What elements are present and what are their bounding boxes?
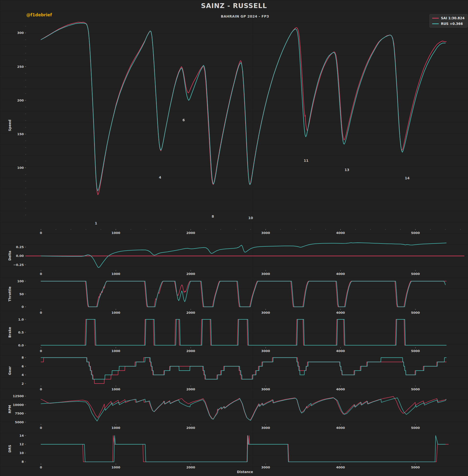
x-tick-label: 1000 [111,272,120,276]
x-tick-label: 1000 [111,465,120,469]
corner-annotation: 6 [182,118,185,122]
x-tick-label: 2000 [186,231,195,235]
x-tick-label: 5000 [411,387,420,391]
chart-subtitle: BAHRAIN GP 2024 - FP3 [26,15,464,18]
x-tick-label: 5000 [411,311,420,314]
x-tick-label: 2000 [186,426,195,430]
ylabel-throttle: Throttle [8,286,12,302]
panel-drs: 0100020003000400050008101214 [0,433,468,471]
y-tick-label: 1.0 [18,318,24,321]
x-tick-label: 2000 [186,349,195,353]
ylabel-brake: Brake [8,324,12,340]
y-tick-label: 6 [22,365,24,368]
x-tick-label: 0 [40,465,42,469]
ylabel-rpm: RPM [8,401,12,417]
corner-annotation: 4 [159,175,161,179]
series-rus-gear [41,358,446,379]
corner-annotation: 13 [344,168,349,172]
x-tick-label: 0 [40,231,42,235]
corner-annotation: 14 [405,176,410,180]
y-tick-label: 0.25 [16,245,24,249]
y-tick-label: 0.0 [18,343,24,347]
y-tick-label: 0.00 [16,254,24,258]
panel-brake: 0100020003000400050000.00.51.0 [0,317,468,355]
sai-line-swatch [432,18,439,18]
x-tick-label: 4000 [336,387,345,391]
corner-annotation: 10 [249,216,253,220]
y-tick-label: 50 [19,292,24,296]
series-sai-speed [41,22,446,195]
panel-gear: 0100020003000400050002468 [0,355,468,393]
series-rus-throttle [41,281,445,307]
x-tick-label: 0 [40,349,42,353]
y-tick-label: 5000 [15,420,24,424]
panel-throttle: 010002000300040005000050100 [0,279,468,317]
x-tick-label: 5000 [411,231,420,235]
series-rus-drs [41,435,445,462]
x-tick-label: 3000 [261,426,270,430]
corner-annotation: 1 [95,221,97,225]
x-tick-label: 4000 [336,231,345,235]
x-tick-label: 4000 [336,311,345,314]
x-tick-label: 5000 [411,272,420,276]
x-tick-label: 4000 [336,426,345,430]
x-tick-label: 3000 [261,349,270,353]
series-sai-brake [41,319,446,345]
x-tick-label: 0 [40,426,42,430]
series-sai-throttle [41,281,446,307]
page-title: SAINZ - RUSSELL [0,2,468,10]
panel-rpm: 010002000300040005000500075001000012500 [0,394,468,432]
x-tick-label: 1000 [111,387,120,391]
x-tick-label: 4000 [336,465,345,469]
x-tick-label: 3000 [261,311,270,314]
legend-item-sai: SAI 1:30.824 [432,16,465,20]
y-tick-label: 10 [19,451,24,455]
y-tick-label: 12500 [13,394,24,398]
y-tick-label: 12 [19,442,24,446]
y-tick-label: 8 [22,356,24,359]
x-tick-label: 1000 [111,231,120,235]
series-sai-gear [41,358,446,384]
x-tick-label: 2000 [186,272,195,276]
x-tick-label: 3000 [261,272,270,276]
x-tick-label: 0 [40,311,42,314]
legend-label-sai: SAI 1:30.824 [441,16,465,20]
y-tick-label: 7500 [15,412,24,415]
x-tick-label: 5000 [411,426,420,430]
x-tick-label: 0 [40,387,42,391]
y-tick-label: 100 [17,279,24,283]
y-tick-label: 14 [19,434,24,437]
y-tick-label: 8 [22,460,24,463]
y-tick-label: 2 [22,382,24,385]
y-tick-label: 200 [17,99,24,102]
x-tick-label: 4000 [336,272,345,276]
ylabel-speed: Speed [8,118,12,133]
y-tick-label: 100 [17,166,24,169]
corner-annotation: 8 [212,215,214,218]
y-tick-label: 0.5 [18,331,24,334]
xlabel-distance: Distance [26,470,464,474]
x-tick-label: 4000 [336,349,345,353]
x-tick-label: 0 [40,272,42,276]
y-tick-label: 0 [22,305,24,309]
x-tick-label: 2000 [186,387,195,391]
panel-speed: 0100020003000400050001001502002503001468… [0,21,468,237]
ylabel-gear: Gear [8,363,12,378]
ylabel-drs: DRS [8,441,12,457]
x-tick-label: 2000 [186,465,195,469]
y-tick-label: 250 [17,65,24,69]
x-tick-label: 1000 [111,426,120,430]
x-tick-label: 3000 [261,387,270,391]
series-rus-delta [41,243,446,268]
corner-annotation: 11 [304,159,308,163]
panel-delta: 010002000300040005000−0.250.000.25 [0,241,468,278]
y-tick-label: 300 [17,31,24,35]
y-tick-label: 4 [22,373,24,377]
x-tick-label: 3000 [261,465,270,469]
x-tick-label: 5000 [411,349,420,353]
series-rus-speed [41,23,445,191]
y-tick-label: 10000 [13,403,24,407]
x-tick-label: 2000 [186,311,195,314]
x-tick-label: 5000 [411,465,420,469]
telemetry-figure: { "header": { "title": "SAINZ - RUSSELL"… [0,0,468,476]
